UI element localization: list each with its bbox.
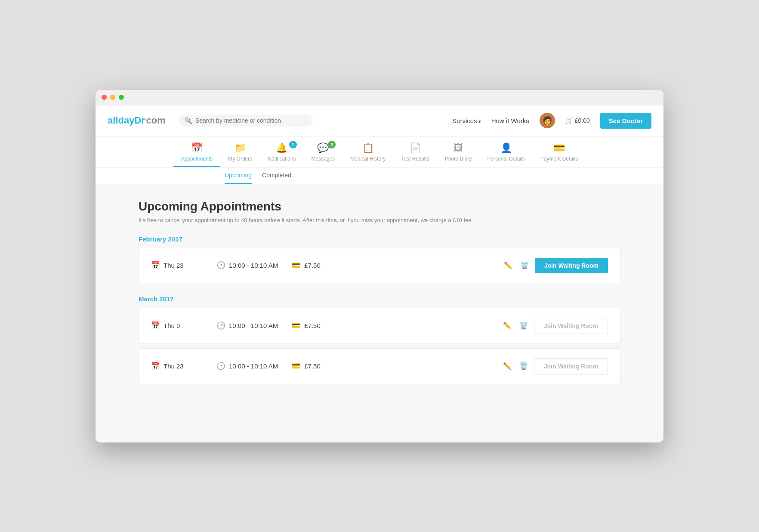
appt-time-text: 10:00 - 10:10 AM bbox=[229, 262, 278, 269]
appt-price-0-0: 💳 £7.50 bbox=[292, 261, 343, 270]
appt-actions-1-0: ✏️ 🗑️ Join Waiting Room bbox=[501, 318, 608, 334]
appt-date-0-0: 📅 Thu 23 bbox=[151, 261, 203, 270]
cart-amount: £0.00 bbox=[575, 117, 590, 124]
messages-badge: 3 bbox=[328, 141, 336, 148]
appt-price-text: £7.50 bbox=[304, 262, 321, 269]
appointment-card-0-0: 📅 Thu 23 🕐 10:00 - 10:10 AM 💳 £7.50 ✏️ 🗑… bbox=[139, 248, 620, 283]
appt-day-text: Thu 23 bbox=[164, 262, 184, 269]
appointment-card-1-1: 📅 Thu 23 🕐 10:00 - 10:10 AM 💳 £7.50 ✏️ 🗑… bbox=[139, 348, 620, 384]
join-waiting-room-button-1-0[interactable]: Join Waiting Room bbox=[534, 318, 608, 334]
payment-details-tab-icon: 💳 bbox=[553, 142, 565, 154]
calendar-icon: 📅 bbox=[151, 261, 160, 270]
clock-icon: 🕐 bbox=[216, 321, 225, 330]
appt-date-1-0: 📅 Thu 9 bbox=[151, 321, 203, 330]
search-input[interactable] bbox=[195, 117, 307, 124]
test-results-tab-icon: 📄 bbox=[410, 142, 421, 154]
appt-date-1-1: 📅 Thu 23 bbox=[151, 362, 203, 371]
search-icon: 🔍 bbox=[185, 117, 192, 124]
delete-button-0-0[interactable]: 🗑️ bbox=[518, 260, 531, 271]
delete-button-1-1[interactable]: 🗑️ bbox=[518, 360, 530, 372]
edit-button-1-1[interactable]: ✏️ bbox=[501, 360, 513, 372]
tab-payment-details[interactable]: 💳 Payment Details bbox=[533, 136, 586, 167]
payment-details-tab-label: Payment Details bbox=[540, 156, 578, 162]
card-icon: 💳 bbox=[292, 321, 301, 330]
appt-time-1-0: 🕐 10:00 - 10:10 AM bbox=[216, 321, 278, 330]
medical-history-tab-icon: 📋 bbox=[362, 142, 374, 154]
titlebar bbox=[96, 90, 663, 105]
services-link[interactable]: Services bbox=[452, 117, 481, 124]
clock-icon: 🕐 bbox=[216, 362, 225, 371]
tab-appointments[interactable]: 📅 Appointments bbox=[173, 136, 220, 167]
calendar-icon: 📅 bbox=[151, 362, 160, 371]
month-section-1: March 2017 📅 Thu 9 🕐 10:00 - 10:10 AM 💳 … bbox=[139, 295, 620, 384]
notifications-badge: 1 bbox=[289, 141, 297, 148]
page-subtitle: It's free to cancel your appointment up … bbox=[139, 217, 620, 223]
appt-time-1-1: 🕐 10:00 - 10:10 AM bbox=[216, 362, 278, 371]
appointments-tab-label: Appointments bbox=[181, 156, 213, 162]
card-icon: 💳 bbox=[292, 362, 301, 371]
personal-details-tab-label: Personal Details bbox=[487, 156, 525, 162]
my-orders-tab-icon: 📁 bbox=[234, 142, 246, 154]
appt-time-text: 10:00 - 10:10 AM bbox=[229, 322, 278, 329]
appt-price-text: £7.50 bbox=[304, 322, 321, 329]
appt-time-text: 10:00 - 10:10 AM bbox=[229, 362, 278, 370]
tab-test-results[interactable]: 📄 Test Results bbox=[393, 136, 437, 167]
photo-diary-tab-icon: 🖼 bbox=[454, 142, 463, 154]
subnav-completed[interactable]: Completed bbox=[262, 167, 291, 184]
tab-notifications[interactable]: 🔔 Notifications 1 bbox=[260, 136, 303, 167]
test-results-tab-label: Test Results bbox=[401, 156, 429, 162]
appointment-card-1-0: 📅 Thu 9 🕐 10:00 - 10:10 AM 💳 £7.50 ✏️ 🗑️… bbox=[139, 308, 620, 344]
join-waiting-room-button-1-1[interactable]: Join Waiting Room bbox=[534, 358, 608, 374]
medical-history-tab-label: Medical History bbox=[350, 156, 386, 162]
appt-price-1-1: 💳 £7.50 bbox=[292, 362, 343, 371]
tab-photo-diary[interactable]: 🖼 Photo Diary bbox=[437, 136, 480, 167]
cart-icon: 🛒 bbox=[565, 117, 573, 124]
see-doctor-button[interactable]: See Doctor bbox=[600, 113, 651, 129]
month-label-1: March 2017 bbox=[139, 295, 620, 303]
search-bar: 🔍 bbox=[179, 114, 313, 127]
notifications-tab-icon: 🔔 bbox=[276, 142, 287, 154]
join-waiting-room-button-0-0[interactable]: Join Waiting Room bbox=[535, 258, 608, 273]
tab-personal-details[interactable]: 👤 Personal Details bbox=[479, 136, 532, 167]
how-it-works-link[interactable]: How it Works bbox=[491, 117, 529, 124]
messages-tab-label: Messages bbox=[312, 156, 335, 162]
cart[interactable]: 🛒 £0.00 bbox=[565, 117, 590, 124]
close-button[interactable] bbox=[102, 95, 107, 100]
nav-links: Services How it Works 🧑 🛒 £0.00 See Doct… bbox=[452, 113, 651, 129]
calendar-icon: 📅 bbox=[151, 321, 160, 330]
appt-price-1-0: 💳 £7.50 bbox=[292, 321, 343, 330]
tab-medical-history[interactable]: 📋 Medical History bbox=[342, 136, 393, 167]
edit-button-0-0[interactable]: ✏️ bbox=[502, 260, 514, 271]
notifications-tab-label: Notifications bbox=[268, 156, 296, 162]
month-section-0: February 2017 📅 Thu 23 🕐 10:00 - 10:10 A… bbox=[139, 235, 620, 283]
page-title: Upcoming Appointments bbox=[139, 200, 620, 213]
browser-window: alldayDr.com 🔍 Services How it Works 🧑 🛒… bbox=[96, 90, 663, 442]
sub-navigation: UpcomingCompleted bbox=[96, 167, 663, 184]
personal-details-tab-icon: 👤 bbox=[500, 142, 512, 154]
appt-actions-0-0: ✏️ 🗑️ Join Waiting Room bbox=[502, 258, 608, 273]
card-icon: 💳 bbox=[292, 261, 301, 270]
month-label-0: February 2017 bbox=[139, 235, 620, 243]
main-content: Upcoming AppointmentsIt's free to cancel… bbox=[96, 184, 663, 442]
messages-tab-icon: 💬 bbox=[317, 142, 329, 154]
appt-day-text: Thu 9 bbox=[164, 322, 180, 329]
appointments-tab-icon: 📅 bbox=[191, 142, 203, 154]
appt-day-text: Thu 23 bbox=[164, 362, 184, 370]
tabs-bar: 📅 Appointments 📁 My Orders 🔔 Notificatio… bbox=[96, 136, 663, 167]
top-navigation: alldayDr.com 🔍 Services How it Works 🧑 🛒… bbox=[96, 105, 663, 136]
maximize-button[interactable] bbox=[119, 95, 124, 100]
appt-price-text: £7.50 bbox=[304, 362, 321, 370]
tab-my-orders[interactable]: 📁 My Orders bbox=[220, 136, 260, 167]
edit-button-1-0[interactable]: ✏️ bbox=[501, 320, 513, 331]
minimize-button[interactable] bbox=[110, 95, 115, 100]
appt-time-0-0: 🕐 10:00 - 10:10 AM bbox=[216, 261, 278, 270]
delete-button-1-0[interactable]: 🗑️ bbox=[518, 320, 530, 331]
clock-icon: 🕐 bbox=[216, 261, 225, 270]
tab-messages[interactable]: 💬 Messages 3 bbox=[304, 136, 343, 167]
my-orders-tab-label: My Orders bbox=[228, 156, 252, 162]
appt-actions-1-1: ✏️ 🗑️ Join Waiting Room bbox=[501, 358, 608, 374]
photo-diary-tab-label: Photo Diary bbox=[445, 156, 472, 162]
logo[interactable]: alldayDr.com bbox=[108, 115, 166, 126]
subnav-upcoming[interactable]: Upcoming bbox=[225, 167, 252, 184]
avatar[interactable]: 🧑 bbox=[540, 113, 555, 128]
